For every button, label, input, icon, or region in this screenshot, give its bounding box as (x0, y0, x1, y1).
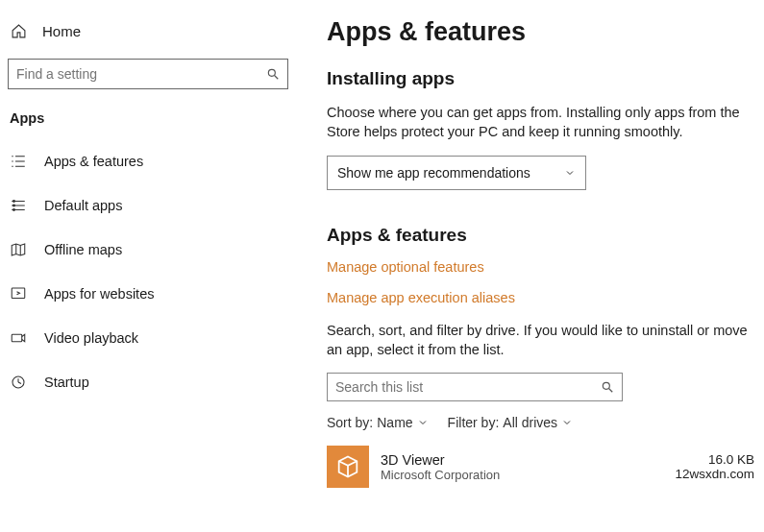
nav-offline-maps[interactable]: Offline maps (0, 228, 296, 272)
nav-video-playback[interactable]: Video playback (0, 316, 296, 360)
apps-search-input[interactable] (335, 379, 601, 395)
page-title: Apps & features (327, 17, 754, 47)
nav-item-label: Apps for websites (44, 286, 154, 302)
filter-by[interactable]: Filter by: All drives (448, 415, 573, 430)
apps-features-icon (10, 153, 27, 170)
svg-line-1 (275, 76, 279, 80)
link-optional-features[interactable]: Manage optional features (327, 259, 754, 275)
sidebar-section-heading: Apps (0, 107, 296, 139)
svg-point-13 (13, 209, 15, 211)
sort-filter-row: Sort by: Name Filter by: All drives (327, 415, 754, 430)
installing-body: Choose where you can get apps from. Inst… (327, 103, 754, 142)
nav-home-label: Home (42, 23, 81, 39)
chevron-down-icon (417, 417, 429, 428)
home-icon (10, 23, 27, 39)
installing-heading: Installing apps (327, 68, 754, 89)
svg-point-11 (13, 201, 15, 203)
app-date: 12wsxdn.com (675, 467, 754, 481)
video-playback-icon (10, 329, 27, 347)
svg-line-22 (609, 389, 613, 393)
app-size: 16.0 KB (675, 452, 754, 467)
filter-value: All drives (503, 415, 557, 430)
nav-apps-features[interactable]: Apps & features (0, 139, 296, 183)
settings-search-input[interactable] (16, 66, 266, 82)
app-name: 3D Viewer (381, 452, 663, 468)
sidebar: Home Apps Apps & features Default apps O… (0, 0, 296, 532)
apps-websites-icon (10, 285, 27, 302)
app-publisher: Microsoft Corporation (381, 468, 663, 482)
svg-point-21 (603, 383, 609, 390)
dropdown-value: Show me app recommendations (337, 165, 530, 181)
install-source-dropdown[interactable]: Show me app recommendations (327, 156, 586, 190)
nav-default-apps[interactable]: Default apps (0, 183, 296, 228)
app-list-item[interactable]: 3D Viewer Microsoft Corporation 16.0 KB … (327, 446, 754, 488)
nav-item-label: Apps & features (44, 154, 143, 169)
nav-item-label: Startup (44, 375, 89, 390)
search-icon (266, 67, 280, 81)
nav-apps-for-websites[interactable]: Apps for websites (0, 272, 296, 316)
svg-rect-17 (12, 334, 22, 342)
startup-icon (10, 374, 27, 391)
main-content: Apps & features Installing apps Choose w… (296, 0, 764, 532)
chevron-down-icon (564, 167, 576, 179)
app-meta: 16.0 KB 12wsxdn.com (675, 452, 754, 481)
chevron-down-icon (561, 417, 573, 428)
default-apps-icon (10, 197, 27, 214)
svg-line-20 (18, 382, 21, 384)
offline-maps-icon (10, 241, 27, 258)
settings-search[interactable] (8, 59, 288, 89)
link-execution-aliases[interactable]: Manage app execution aliases (327, 290, 754, 305)
app-info: 3D Viewer Microsoft Corporation (381, 452, 663, 482)
appsfeat-body: Search, sort, and filter by drive. If yo… (327, 321, 754, 360)
filter-label: Filter by: (448, 415, 500, 430)
svg-point-0 (268, 69, 275, 76)
sort-label: Sort by: (327, 415, 373, 430)
nav-startup[interactable]: Startup (0, 360, 296, 404)
svg-rect-16 (12, 288, 25, 299)
svg-point-12 (13, 205, 15, 206)
app-icon (327, 446, 369, 488)
sort-by[interactable]: Sort by: Name (327, 415, 429, 430)
nav-home[interactable]: Home (0, 17, 296, 53)
apps-search[interactable] (327, 373, 623, 401)
nav-item-label: Offline maps (44, 242, 122, 257)
sort-value: Name (377, 415, 412, 430)
nav-item-label: Default apps (44, 198, 122, 213)
search-icon (601, 380, 614, 394)
nav-item-label: Video playback (44, 330, 138, 346)
appsfeat-heading: Apps & features (327, 225, 754, 246)
